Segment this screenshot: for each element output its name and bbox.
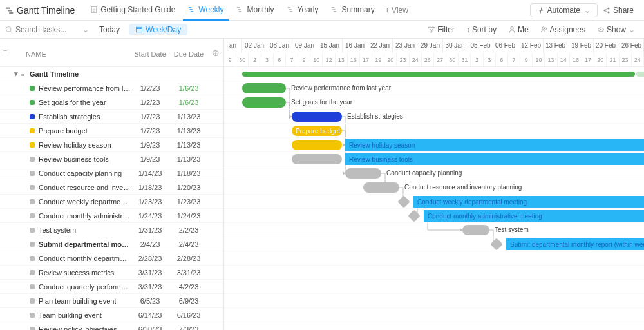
add-view-button[interactable]: + View [380, 6, 413, 15]
start-date: 1/23/23 [131, 198, 169, 206]
zoom-mode-button[interactable]: Week/Day [129, 24, 187, 35]
table-row[interactable]: Review holiday season1/9/231/13/23 [0, 138, 223, 152]
sort-button[interactable]: ↕Sort by [462, 22, 500, 37]
svg-rect-9 [239, 11, 242, 12]
collapse-toggle[interactable]: ▾ [0, 70, 21, 78]
task-name: Review success metrics [39, 269, 114, 277]
task-bar-extension[interactable]: Review holiday season [345, 139, 644, 151]
assignees-button[interactable]: Assignees [536, 22, 589, 37]
svg-rect-13 [332, 7, 335, 8]
task-bar-extension[interactable]: Conduct monthly administrative meeting [424, 210, 644, 222]
svg-point-19 [6, 26, 12, 32]
table-row[interactable]: Review success metrics3/31/233/31/23 [0, 266, 223, 280]
svg-point-23 [544, 28, 546, 30]
gantt-row: Review holiday season [224, 138, 644, 152]
table-row[interactable]: Review performance from last year1/2/231… [0, 81, 223, 95]
gantt-row: Prepare budget [224, 124, 644, 138]
task-bar[interactable] [292, 140, 342, 150]
gantt-row: Set goals for the year [224, 95, 644, 110]
task-bar[interactable] [242, 83, 286, 93]
start-date: 1/2/23 [131, 99, 169, 106]
tab-yearly[interactable]: Yearly [282, 0, 324, 21]
show-button[interactable]: Show⌄ [593, 22, 639, 37]
task-bar-extension[interactable]: Submit departmental monthly report (with… [506, 238, 644, 250]
share-button[interactable]: Share [598, 3, 639, 18]
table-row[interactable]: Conduct quarterly performance m...3/31/2… [0, 280, 223, 294]
table-row[interactable]: Conduct monthly departmental m...2/28/23… [0, 251, 223, 266]
svg-rect-5 [190, 9, 193, 10]
table-row[interactable]: Conduct capacity planning1/14/231/18/23 [0, 166, 223, 180]
gantt-row [224, 322, 644, 330]
tab-weekly[interactable]: Weekly [183, 0, 229, 21]
gantt-chart[interactable]: an02 Jan - 08 Jan09 Jan - 15 Jan16 Jan -… [224, 39, 644, 330]
table-row[interactable]: Establish strategies1/7/231/13/23 [0, 110, 223, 124]
start-date: 1/18/23 [131, 184, 169, 191]
task-bar[interactable] [345, 168, 381, 179]
milestone-marker[interactable] [492, 239, 501, 248]
task-bar[interactable] [363, 182, 399, 193]
today-button[interactable]: Today [94, 24, 125, 35]
task-bar[interactable] [242, 97, 286, 108]
svg-rect-14 [333, 9, 336, 10]
table-row[interactable]: Conduct resource and inventory pl...1/18… [0, 180, 223, 195]
search-input[interactable] [15, 25, 80, 34]
task-grid: ≡ NAME Start Date Due Date ⊕ ▾≡Gantt Tim… [0, 39, 224, 330]
due-date: 1/18/23 [169, 170, 208, 177]
table-row[interactable]: Test system1/31/232/2/23 [0, 223, 223, 237]
table-row[interactable]: Conduct monthly administrative m...1/24/… [0, 209, 223, 223]
add-column-button[interactable]: ⊕ [208, 39, 223, 66]
page-title: Gantt Timeline [17, 5, 75, 15]
task-bar[interactable]: Prepare budget [292, 126, 342, 136]
grid-header: ≡ NAME Start Date Due Date ⊕ [0, 39, 223, 67]
table-row[interactable]: Review policy, objectives, and busi...6/… [0, 322, 223, 330]
tab-summary[interactable]: Summary [326, 0, 379, 21]
due-date: 1/13/23 [169, 155, 208, 163]
start-date: 1/2/23 [131, 84, 169, 92]
due-date: 1/23/23 [169, 198, 208, 206]
table-row[interactable]: Review business tools1/9/231/13/23 [0, 152, 223, 166]
toolbar: ⌄ Today Week/Day Filter ↕Sort by Me Assi… [0, 21, 644, 39]
table-row[interactable]: Set goals for the year1/2/231/6/23 [0, 95, 223, 110]
me-filter-button[interactable]: Me [504, 22, 533, 37]
filter-button[interactable]: Filter [424, 22, 459, 37]
table-row[interactable]: Prepare budget1/7/231/13/23 [0, 124, 223, 138]
start-date: 3/31/23 [131, 283, 169, 291]
task-bar[interactable] [292, 112, 342, 122]
due-date: 1/20/23 [169, 184, 208, 191]
col-start[interactable]: Start Date [131, 39, 169, 66]
svg-rect-7 [237, 7, 240, 8]
gantt-icon [5, 6, 14, 15]
due-date: 1/13/23 [169, 127, 208, 135]
task-bar-extension[interactable]: Conduct weekly departmental meeting [413, 196, 644, 208]
table-row[interactable]: Team building event6/14/236/16/23 [0, 308, 223, 322]
table-row[interactable]: Plan team building event6/5/236/9/23 [0, 294, 223, 308]
automate-button[interactable]: Automate ⌄ [530, 3, 598, 17]
task-bar[interactable] [292, 154, 342, 164]
task-bar-label: Set goals for the year [291, 95, 352, 110]
svg-rect-2 [9, 12, 13, 14]
milestone-marker[interactable] [410, 211, 419, 220]
gantt-row: Establish strategies [224, 110, 644, 124]
week-header: 30 Jan - 05 Feb [443, 39, 493, 53]
task-bar[interactable] [462, 225, 489, 235]
summary-bar[interactable] [242, 72, 635, 77]
table-row[interactable]: Submit departmental monthly re...2/4/232… [0, 237, 223, 251]
tab-getting-started-guide[interactable]: Getting Started Guide [85, 0, 180, 21]
due-date: 1/13/23 [169, 113, 208, 121]
task-bar-extension[interactable]: Review business tools [345, 153, 644, 165]
col-name[interactable]: NAME [10, 39, 131, 66]
list-icon: ≡ [21, 70, 30, 78]
milestone-marker[interactable] [399, 197, 408, 206]
tab-monthly[interactable]: Monthly [231, 0, 279, 21]
col-due[interactable]: Due Date [169, 39, 208, 66]
search-box[interactable]: ⌄ [5, 25, 89, 34]
start-date: 3/31/23 [131, 269, 169, 277]
task-name: Submit departmental monthly re... [39, 240, 131, 248]
expand-all-icon[interactable]: ≡ [0, 39, 10, 66]
start-date: 6/5/23 [131, 297, 169, 305]
svg-rect-15 [334, 11, 337, 12]
summary-name[interactable]: Gantt Timeline [30, 70, 131, 78]
task-name: Conduct monthly administrative m... [39, 212, 131, 220]
task-name: Establish strategies [39, 113, 100, 121]
table-row[interactable]: Conduct weekly departmental me...1/23/23… [0, 195, 223, 209]
